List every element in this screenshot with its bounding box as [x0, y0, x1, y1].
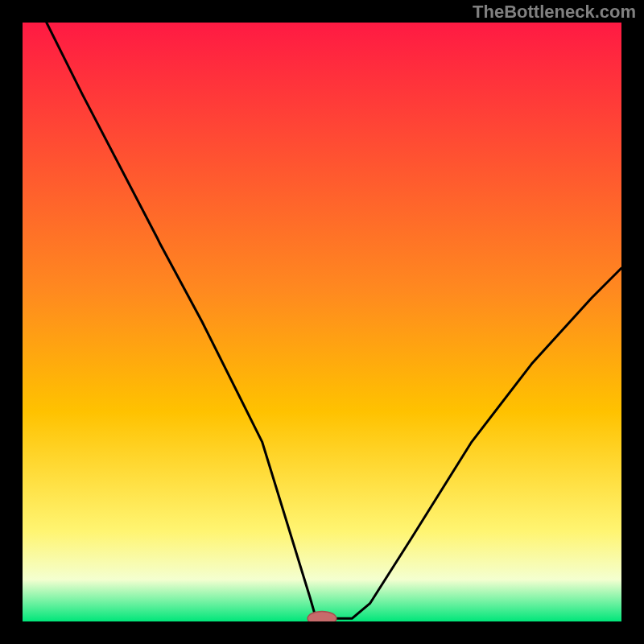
gradient-background	[23, 23, 621, 621]
plot-area	[23, 23, 621, 621]
bottleneck-chart	[23, 23, 621, 621]
attribution-label: TheBottleneck.com	[473, 2, 636, 23]
optimal-marker	[308, 611, 336, 621]
chart-container: TheBottleneck.com	[0, 0, 644, 644]
